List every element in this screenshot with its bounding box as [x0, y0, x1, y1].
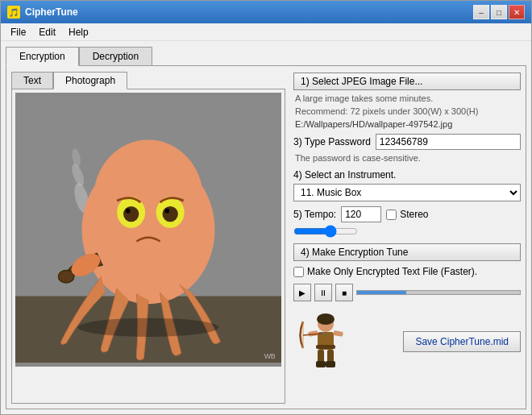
stop-button[interactable]: ■	[335, 284, 353, 301]
main-content: Encryption Decryption Text Photograph	[1, 41, 531, 414]
instrument-dropdown[interactable]: 11. Music Box	[293, 184, 521, 201]
progress-bar	[356, 290, 521, 295]
minimize-button[interactable]: –	[473, 5, 489, 19]
sub-tabs: Text Photograph	[11, 71, 285, 89]
tab-encryption[interactable]: Encryption	[6, 47, 79, 66]
tempo-row: 5) Tempo: Stereo	[293, 206, 521, 222]
left-panel: Text Photograph	[11, 71, 285, 404]
app-window: 🎵 CipherTune – □ ✕ File Edit Help Encryp…	[0, 0, 532, 415]
save-button[interactable]: Save CipherTune.mid	[403, 331, 521, 352]
close-button[interactable]: ✕	[509, 5, 525, 19]
encrypt-only-checkbox[interactable]	[293, 267, 304, 277]
right-panel: 1) Select JPEG Image File... A large ima…	[293, 71, 521, 404]
pause-button[interactable]: ⏸	[314, 284, 332, 301]
info-text-line2: Recommend: 72 pixels under 300(W) x 300(…	[293, 106, 521, 116]
svg-point-10	[123, 206, 139, 222]
svg-point-16	[78, 318, 219, 337]
menu-bar: File Edit Help	[1, 23, 531, 41]
svg-point-13	[164, 209, 169, 214]
character-art	[293, 309, 358, 374]
bottom-area: Save CipherTune.mid	[293, 309, 521, 374]
maximize-button[interactable]: □	[491, 5, 507, 19]
tempo-label: 5) Tempo:	[293, 209, 336, 220]
progress-fill	[357, 291, 406, 294]
encrypt-only-row: Make Only Encrypted Text File (Faster).	[293, 266, 521, 277]
tab-panel-encryption: Text Photograph	[6, 65, 526, 409]
stereo-row: Stereo	[386, 209, 428, 220]
photo-preview[interactable]: WB	[15, 93, 281, 367]
main-tabs: Encryption Decryption	[6, 46, 526, 65]
password-input[interactable]	[376, 134, 521, 150]
title-bar-text: 🎵 CipherTune	[7, 6, 78, 19]
instrument-label: 4) Select an Instrument.	[293, 169, 521, 181]
svg-text:WB: WB	[264, 352, 276, 360]
tab-decryption[interactable]: Decryption	[79, 47, 152, 66]
case-note: The password is case-sensitive.	[293, 153, 521, 163]
svg-point-14	[58, 270, 73, 283]
stereo-label: Stereo	[400, 209, 428, 220]
window-controls: – □ ✕	[473, 5, 525, 19]
menu-help[interactable]: Help	[62, 25, 95, 39]
playback-controls: ▶ ⏸ ■	[293, 284, 521, 301]
stereo-checkbox[interactable]	[386, 210, 397, 220]
svg-rect-24	[316, 361, 326, 367]
file-path-display: E:/Wallpapers/HD/wallpaper-497542.jpg	[293, 119, 521, 129]
make-tune-button[interactable]: 4) Make Encryption Tune	[293, 243, 521, 261]
svg-point-11	[162, 206, 177, 222]
svg-rect-21	[316, 345, 335, 349]
title-bar: 🎵 CipherTune – □ ✕	[1, 1, 531, 23]
sub-tab-text[interactable]: Text	[11, 72, 53, 89]
svg-point-7	[94, 139, 203, 257]
slider-row	[293, 226, 521, 237]
play-button[interactable]: ▶	[293, 284, 311, 301]
app-icon: 🎵	[7, 6, 20, 19]
sub-tab-panel-photo: WB	[11, 89, 285, 404]
password-label: 3) Type Password	[293, 136, 371, 147]
tempo-input[interactable]	[341, 206, 381, 222]
menu-edit[interactable]: Edit	[32, 25, 62, 39]
svg-rect-25	[326, 361, 335, 367]
sub-tab-photograph[interactable]: Photograph	[53, 72, 127, 89]
tempo-slider[interactable]	[293, 226, 358, 237]
info-text-line1: A large image takes some minutes.	[293, 93, 521, 103]
menu-file[interactable]: File	[4, 25, 32, 39]
svg-point-19	[317, 313, 335, 325]
svg-point-12	[126, 209, 131, 214]
password-row: 3) Type Password	[293, 134, 521, 150]
select-image-button[interactable]: 1) Select JPEG Image File...	[293, 73, 521, 90]
encrypt-only-label: Make Only Encrypted Text File (Faster).	[307, 266, 477, 277]
instrument-row: 11. Music Box	[293, 184, 521, 201]
svg-rect-27	[333, 330, 343, 337]
app-title: CipherTune	[25, 6, 78, 18]
